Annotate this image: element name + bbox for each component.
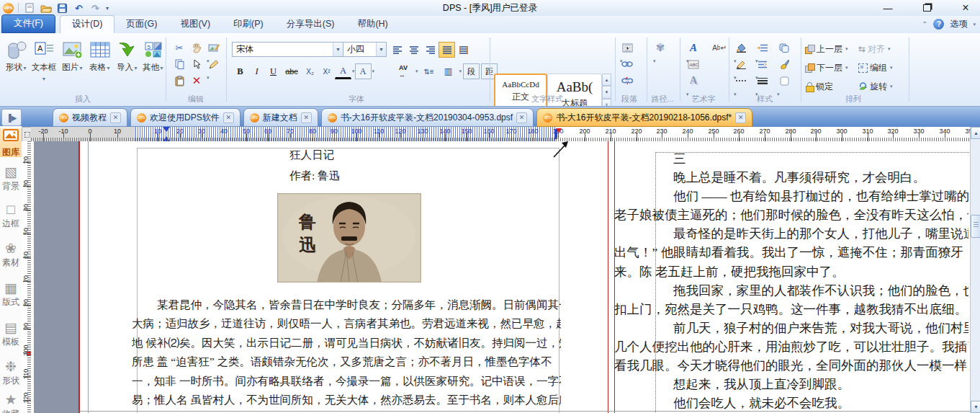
menu-tab-页面[interactable]: 页面(G): [114, 16, 168, 33]
line-spacing-button[interactable]: ⇅≡: [420, 63, 439, 79]
dropdown-icon[interactable]: ▼: [133, 66, 138, 71]
help-icon[interactable]: ?: [933, 19, 944, 30]
group-button[interactable]: 编组▾: [858, 61, 893, 75]
dropdown-icon[interactable]: ▾: [845, 46, 848, 52]
edit-points-button[interactable]: ▾: [206, 57, 222, 81]
menu-tab-视图[interactable]: 视图(V): [168, 16, 222, 33]
insert-textbox-button[interactable]: A 文本框▼: [30, 39, 58, 83]
italic-button[interactable]: I: [248, 63, 265, 79]
send-backward-button[interactable]: 下一层▾: [805, 61, 848, 75]
chevron-down-icon[interactable]: ▼: [333, 43, 343, 56]
scrollbar-thumb[interactable]: [971, 215, 980, 238]
right-page-body-text[interactable]: 三晚上总是睡不着。凡事须得研究，才会明白。他们 —— 也有给知县打枷过的，也有给…: [614, 149, 968, 413]
dropdown-icon[interactable]: ▼: [78, 66, 84, 71]
doc-tab-1[interactable]: DPS欢迎使用DPS软件✕: [130, 108, 240, 127]
left-page-body-text[interactable]: 某君昆仲，今隐其名，皆余昔日在中学时良友；分隔多年，消息渐阙。日前偶闻其一大病；…: [132, 296, 561, 413]
insert-table-button[interactable]: 表格▼: [86, 39, 114, 73]
menu-tab-设计[interactable]: 设计(D): [60, 15, 114, 33]
dropdown-icon[interactable]: ▾: [890, 65, 893, 71]
frame-start-marker[interactable]: [163, 133, 170, 141]
tab-close-icon[interactable]: ✕: [516, 112, 527, 123]
sidebar-item-gallery[interactable]: 图库: [0, 128, 22, 157]
sidebar-item-background[interactable]: ▧背景: [0, 164, 22, 191]
lock-button[interactable]: 锁定: [805, 79, 833, 94]
doc-tab-4[interactable]: DPS书-大16开软皮平装-文档20190218-1056.dpsf*✕: [536, 108, 752, 127]
document-canvas[interactable]: 狂人日记 作者: 鲁迅 鲁 迅 某君昆仲，今隐其名，皆余昔日在中学时良友；分隔多…: [31, 141, 970, 413]
sidebar-item-template[interactable]: ▤模板: [0, 319, 22, 347]
menu-tab-分享导出[interactable]: 分享导出(S): [275, 16, 346, 33]
align-button[interactable]: ⇆ 对齐▾: [858, 42, 891, 56]
rotate-button[interactable]: 旋转▾: [858, 79, 893, 94]
text-direction-button[interactable]: Ab↵: [711, 40, 727, 55]
dropdown-icon[interactable]: ▾: [890, 84, 893, 89]
paragraph-dialog-button[interactable]: 段: [463, 63, 480, 79]
cut-button[interactable]: ✂: [171, 40, 187, 55]
doc-tab-2[interactable]: DPS新建文档✕: [243, 108, 318, 127]
chevron-down-icon[interactable]: ▼: [376, 43, 386, 56]
dropdown-icon[interactable]: ▼: [106, 66, 111, 71]
scroll-down-icon[interactable]: ▼: [602, 86, 611, 98]
distribute-button[interactable]: [455, 42, 472, 58]
dropdown-icon[interactable]: ▾: [415, 68, 418, 74]
options-dropdown-icon[interactable]: ▾: [973, 22, 976, 27]
menu-tab-帮助[interactable]: 帮助(H): [346, 16, 399, 33]
dropdown-icon[interactable]: ▾: [845, 65, 848, 71]
copy-style-button[interactable]: [776, 40, 792, 55]
delete-button[interactable]: ✕: [189, 74, 204, 88]
horizontal-ruler[interactable]: -20-100101020304050607080901001101201301…: [31, 127, 970, 142]
dropdown-icon[interactable]: ▾: [372, 68, 375, 74]
copy-button[interactable]: [171, 57, 187, 71]
sidebar-expander-button[interactable]: ▐▶: [1, 109, 22, 126]
align-center-button[interactable]: [405, 42, 422, 58]
menu-tab-文件[interactable]: 文件(F): [1, 14, 55, 33]
bold-button[interactable]: B: [232, 63, 248, 79]
frame-end-marker[interactable]: [554, 129, 557, 139]
sidebar-item-material[interactable]: ❀素材: [0, 240, 22, 267]
insert-other-button[interactable]: 5 其他▼: [140, 39, 167, 73]
path-button[interactable]: ✾▾: [652, 40, 668, 65]
font-size-select[interactable]: 小四▼: [343, 42, 387, 57]
paste-button[interactable]: [171, 74, 187, 88]
dropdown-icon[interactable]: ▾: [459, 68, 462, 74]
font-family-select[interactable]: 宋体▼: [232, 42, 343, 57]
sidebar-item-border[interactable]: □边框: [0, 201, 22, 228]
dropdown-icon[interactable]: ▾: [207, 75, 210, 80]
char-highlight-button[interactable]: A: [355, 63, 372, 79]
insert-picture-button[interactable]: 图片▼: [59, 39, 86, 73]
link-frames-button[interactable]: [619, 57, 635, 71]
pan-button[interactable]: [189, 40, 204, 55]
unlink-frames-button[interactable]: [619, 74, 635, 88]
format-brush-button[interactable]: [776, 57, 792, 71]
scroll-up-icon[interactable]: ▲: [602, 74, 611, 86]
char-spacing-button[interactable]: AV↔: [393, 63, 413, 79]
collapse-ribbon-icon[interactable]: ⌃: [922, 20, 927, 28]
subscript-button[interactable]: X₂: [302, 63, 318, 79]
underline-button[interactable]: U: [265, 63, 282, 79]
tab-close-icon[interactable]: ✕: [735, 112, 746, 123]
tab-close-icon[interactable]: ✕: [110, 112, 121, 123]
doc-tab-0[interactable]: DPS视频教程✕: [53, 108, 127, 127]
minimize-button[interactable]: —: [878, 3, 898, 14]
scroll-down-button[interactable]: ▼: [971, 401, 980, 413]
superscript-button[interactable]: X²: [318, 63, 335, 79]
align-left-button[interactable]: [389, 42, 405, 58]
doc-tab-3[interactable]: DPS书-大16开软皮平装-文档20190304-0953.dpsf✕: [321, 108, 534, 127]
options-button[interactable]: 选项: [950, 18, 967, 30]
vertical-ruler[interactable]: 2030405060708090100110120: [22, 141, 32, 413]
justify-button[interactable]: [439, 42, 455, 58]
bring-forward-button[interactable]: 上一层▾: [805, 42, 848, 56]
wordart-abc-button[interactable]: ABC: [685, 57, 701, 71]
sidebar-item-star[interactable]: ★收藏: [0, 391, 22, 413]
tab-close-icon[interactable]: ✕: [301, 112, 312, 123]
vertical-scrollbar[interactable]: ▲ ▼: [970, 127, 980, 413]
tab-close-icon[interactable]: ✕: [223, 112, 234, 123]
sidebar-item-shape[interactable]: ❉形状: [0, 358, 22, 386]
menu-tab-印刷[interactable]: 印刷(P): [222, 16, 275, 33]
align-right-button[interactable]: [422, 42, 439, 58]
strikethrough-button[interactable]: abc: [282, 63, 302, 79]
restore-button[interactable]: [917, 3, 937, 14]
dropdown-icon[interactable]: ▼: [42, 76, 47, 81]
close-button[interactable]: ×: [956, 1, 976, 14]
sidebar-item-layout[interactable]: ▦版式: [0, 280, 22, 307]
dropdown-icon[interactable]: ▼: [22, 66, 27, 71]
